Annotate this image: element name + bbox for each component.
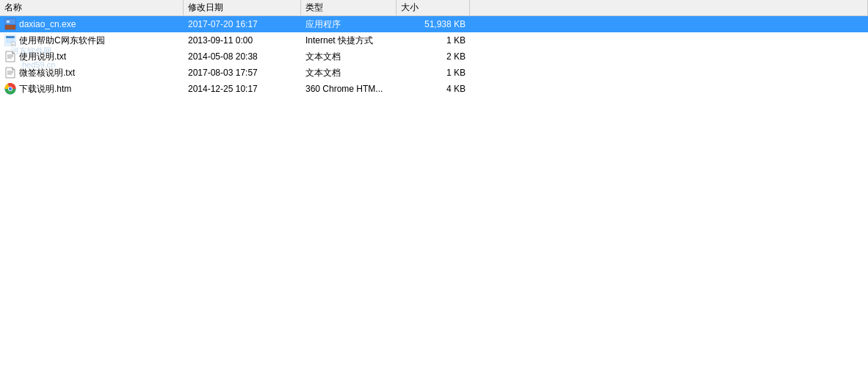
file-size-cell: 1 KB (397, 34, 470, 47)
file-name-cell: 微签核说明.txt (0, 65, 184, 81)
file-size-cell: 2 KB (397, 50, 470, 63)
svg-rect-2 (5, 25, 15, 29)
file-type-cell: 应用程序 (301, 17, 397, 32)
file-date-cell: 2017-07-20 16:17 (184, 18, 301, 31)
file-date-cell: 2014-12-25 10:17 (184, 82, 301, 95)
file-type-cell: 文本文档 (301, 65, 397, 81)
table-row[interactable]: daxiao_cn.exe 2017-07-20 16:17 应用程序 51,9… (0, 16, 868, 32)
file-name-text: 使用帮助C网东软件园 (19, 35, 105, 47)
file-name-text: 下载说明.htm (19, 83, 71, 95)
header-name[interactable]: 名称 (0, 0, 184, 15)
file-icon-txt (4, 67, 16, 79)
file-name-cell: 使用说明.txt (0, 49, 184, 65)
file-name-cell: 使用帮助C网东软件园 (0, 33, 184, 48)
header-date[interactable]: 修改日期 (184, 0, 301, 15)
file-size-cell: 51,938 KB (397, 18, 470, 31)
file-name-cell: daxiao_cn.exe (0, 17, 184, 32)
file-list: daxiao_cn.exe 2017-07-20 16:17 应用程序 51,9… (0, 16, 868, 390)
file-date-cell: 2017-08-03 17:57 (184, 66, 301, 79)
file-type-cell: Internet 快捷方式 (301, 33, 397, 48)
svg-point-16 (9, 87, 12, 90)
file-date-cell: 2013-09-11 0:00 (184, 34, 301, 47)
table-row[interactable]: 微签核说明.txt 2017-08-03 17:57 文本文档 1 KB (0, 65, 868, 81)
header-type[interactable]: 类型 (301, 0, 397, 15)
table-row[interactable]: 下载说明.htm 2014-12-25 10:17 360 Chrome HTM… (0, 81, 868, 97)
table-header: 名称 修改日期 类型 大小 (0, 0, 868, 16)
header-rest (470, 0, 868, 15)
file-name-text: 使用说明.txt (19, 51, 66, 63)
file-icon-chrome (4, 83, 16, 95)
file-icon-txt (4, 51, 16, 62)
file-name-text: 微签核说明.txt (19, 67, 75, 79)
file-size-cell: 4 KB (397, 82, 470, 95)
file-icon-exe (4, 18, 16, 30)
table-row[interactable]: 使用帮助C网东软件园 2013-09-11 0:00 Internet 快捷方式… (0, 32, 868, 48)
header-size[interactable]: 大小 (397, 0, 470, 15)
file-icon-shortcut (4, 35, 16, 46)
table-row[interactable]: 使用说明.txt 2014-05-08 20:38 文本文档 2 KB (0, 48, 868, 65)
file-type-cell: 文本文档 (301, 49, 397, 65)
file-explorer: 名称 修改日期 类型 大小 daxiao_cn.exe 2017-07-20 1… (0, 0, 868, 390)
file-type-cell: 360 Chrome HTM... (301, 82, 397, 95)
file-name-cell: 下载说明.htm (0, 82, 184, 97)
svg-rect-3 (7, 21, 10, 23)
file-name-text: daxiao_cn.exe (19, 19, 76, 29)
svg-rect-6 (6, 36, 15, 38)
file-date-cell: 2014-05-08 20:38 (184, 50, 301, 63)
file-size-cell: 1 KB (397, 66, 470, 79)
